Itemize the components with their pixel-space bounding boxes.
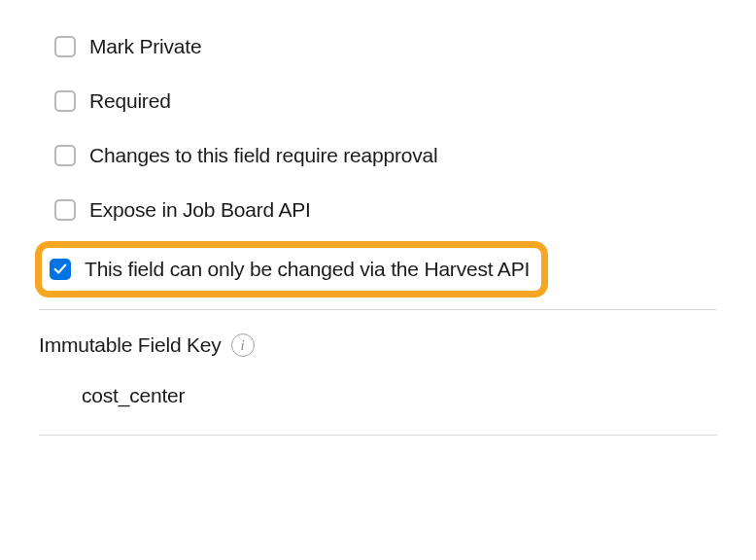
section-title: Immutable Field Key [39, 333, 222, 357]
option-label-required: Required [89, 89, 171, 113]
highlight-box-harvest-only: This field can only be changed via the H… [35, 241, 548, 298]
checkbox-expose-api[interactable] [54, 199, 76, 221]
option-label-harvest-only: This field can only be changed via the H… [85, 258, 530, 281]
option-label-expose-api: Expose in Job Board API [89, 198, 311, 222]
option-row-reapproval: Changes to this field require reapproval [39, 128, 717, 183]
checkmark-icon [53, 262, 67, 276]
option-label-reapproval: Changes to this field require reapproval [89, 144, 438, 167]
checkbox-harvest-only[interactable] [50, 259, 71, 280]
divider [39, 309, 717, 310]
info-icon[interactable]: i [231, 333, 255, 357]
immutable-field-key-value: cost_center [39, 370, 717, 431]
option-row-expose-api: Expose in Job Board API [39, 183, 717, 237]
option-row-mark-private: Mark Private [39, 19, 717, 74]
divider [39, 435, 717, 436]
section-header-immutable-key: Immutable Field Key i [39, 333, 717, 357]
checkbox-required[interactable] [54, 90, 76, 112]
option-label-mark-private: Mark Private [89, 35, 201, 58]
checkbox-reapproval[interactable] [54, 145, 76, 166]
checkbox-mark-private[interactable] [54, 36, 76, 57]
option-row-required: Required [39, 74, 717, 128]
